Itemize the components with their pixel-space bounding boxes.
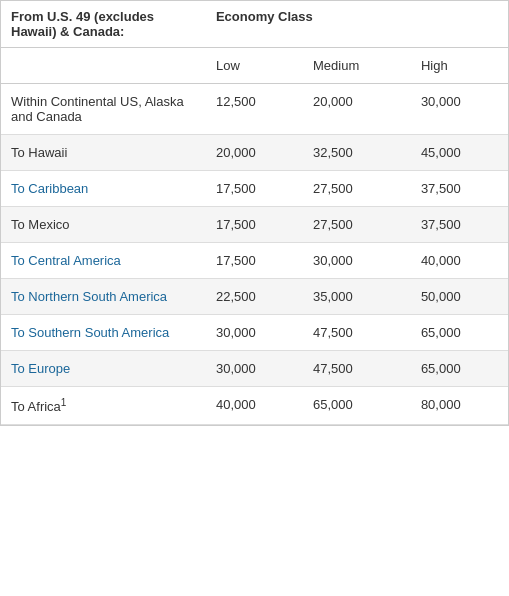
table-row: To Central America17,50030,00040,000	[1, 243, 508, 279]
col-header-destination	[1, 48, 206, 84]
low-value: 17,500	[206, 207, 303, 243]
table-row: To Southern South America30,00047,50065,…	[1, 315, 508, 351]
destination-link[interactable]: To Northern South America	[11, 289, 167, 304]
high-value: 40,000	[411, 243, 508, 279]
high-value: 65,000	[411, 351, 508, 387]
table-row: Within Continental US, Alaska and Canada…	[1, 84, 508, 135]
low-value: 40,000	[206, 387, 303, 425]
medium-value: 20,000	[303, 84, 411, 135]
medium-value: 47,500	[303, 315, 411, 351]
medium-value: 32,500	[303, 135, 411, 171]
high-value: 50,000	[411, 279, 508, 315]
destination-link[interactable]: To Europe	[11, 361, 70, 376]
low-value: 30,000	[206, 351, 303, 387]
high-value: 37,500	[411, 207, 508, 243]
table-row: To Hawaii20,00032,50045,000	[1, 135, 508, 171]
destination-cell[interactable]: To Europe	[1, 351, 206, 387]
medium-value: 30,000	[303, 243, 411, 279]
awards-table: From U.S. 49 (excludes Hawaii) & Canada:…	[0, 0, 509, 426]
destination-link[interactable]: To Central America	[11, 253, 121, 268]
table-row: To Caribbean17,50027,50037,500	[1, 171, 508, 207]
table-row: To Northern South America22,50035,00050,…	[1, 279, 508, 315]
medium-value: 35,000	[303, 279, 411, 315]
high-value: 37,500	[411, 171, 508, 207]
low-value: 20,000	[206, 135, 303, 171]
destination-cell[interactable]: To Central America	[1, 243, 206, 279]
destination-cell[interactable]: To Southern South America	[1, 315, 206, 351]
table-header-sub: Low Medium High	[1, 48, 508, 84]
low-value: 12,500	[206, 84, 303, 135]
from-label: From U.S. 49 (excludes Hawaii) & Canada:	[1, 1, 206, 48]
table-row: To Mexico17,50027,50037,500	[1, 207, 508, 243]
destination-cell[interactable]: To Caribbean	[1, 171, 206, 207]
medium-value: 65,000	[303, 387, 411, 425]
destination-cell: To Hawaii	[1, 135, 206, 171]
medium-value: 27,500	[303, 207, 411, 243]
destination-cell[interactable]: To Northern South America	[1, 279, 206, 315]
high-value: 30,000	[411, 84, 508, 135]
low-value: 22,500	[206, 279, 303, 315]
col-header-high: High	[411, 48, 508, 84]
high-value: 45,000	[411, 135, 508, 171]
low-value: 17,500	[206, 243, 303, 279]
destination-link[interactable]: To Caribbean	[11, 181, 88, 196]
table-row: To Europe30,00047,50065,000	[1, 351, 508, 387]
destination-cell: Within Continental US, Alaska and Canada	[1, 84, 206, 135]
destination-cell: To Africa1	[1, 387, 206, 425]
high-value: 80,000	[411, 387, 508, 425]
low-value: 30,000	[206, 315, 303, 351]
col-header-medium: Medium	[303, 48, 411, 84]
destination-cell: To Mexico	[1, 207, 206, 243]
high-value: 65,000	[411, 315, 508, 351]
table-row: To Africa140,00065,00080,000	[1, 387, 508, 425]
col-header-low: Low	[206, 48, 303, 84]
low-value: 17,500	[206, 171, 303, 207]
destination-link[interactable]: To Southern South America	[11, 325, 169, 340]
medium-value: 47,500	[303, 351, 411, 387]
class-label: Economy Class	[206, 1, 508, 48]
medium-value: 27,500	[303, 171, 411, 207]
table-header-main: From U.S. 49 (excludes Hawaii) & Canada:…	[1, 1, 508, 48]
